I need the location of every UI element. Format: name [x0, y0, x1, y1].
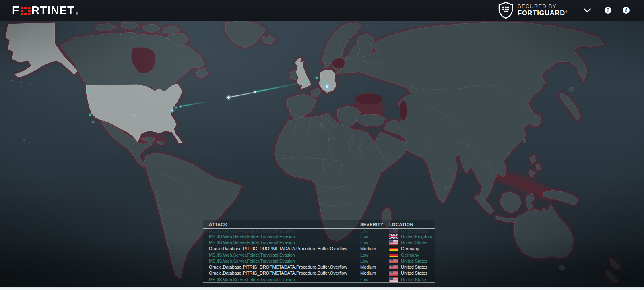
threat-dot-green: [306, 80, 308, 82]
fortinet-logo[interactable]: F RTINET ®: [12, 4, 79, 17]
table-row: MS.IIS.Web.Server.Folder.Traversal.Evasi…: [203, 229, 435, 233]
bottom-strip: [0, 287, 644, 290]
table-row: MS.IIS.Web.Server.Folder.Traversal.Evasi…: [203, 239, 435, 245]
table-row: Oracle.Database.PITRIG_DROPMETADATA.Proc…: [203, 246, 435, 252]
country-name: Germany: [401, 246, 419, 251]
top-bar: F RTINET ® SECURED BY FORTIGUARD® ? i: [0, 0, 644, 21]
severity-value: Medium: [360, 246, 389, 251]
threat-dot-blue: [92, 121, 94, 123]
table-row: MS.IIS.Web.Server.Folder.Traversal.Evasi…: [203, 276, 435, 282]
column-header-severity: SEVERITY: [360, 222, 389, 227]
country-name: United Kingdom: [401, 234, 432, 239]
severity-value: Low: [360, 240, 389, 245]
registered-mark: ®: [76, 12, 79, 16]
location-cell: United Kingdom: [389, 234, 440, 239]
column-header-location: LOCATION: [389, 222, 440, 227]
country-flag-icon: [389, 259, 398, 263]
location-cell: United States: [389, 271, 440, 276]
attack-table: ATTACK SEVERITY LOCATION MS.IIS.Web.Serv…: [203, 220, 435, 283]
attack-name: MS.IIS.Web.Server.Folder.Traversal.Evasi…: [209, 277, 360, 282]
table-row: MS.IIS.Web.Server.Folder.Traversal.Evasi…: [203, 258, 435, 264]
table-row: Oracle.Database.PITRIG_DROPMETADATA.Proc…: [203, 264, 435, 270]
location-cell: United States: [389, 277, 440, 282]
country-name: Germany: [401, 253, 419, 257]
attack-name: MS.IIS.Web.Server.Folder.Traversal.Evasi…: [209, 259, 360, 263]
country-flag-icon: [389, 271, 398, 276]
fortinet-logo-text-right: RTINET: [31, 4, 74, 17]
severity-value: Low: [360, 277, 389, 282]
attack-trail-head: [180, 106, 181, 107]
country-flag-icon: [389, 234, 398, 239]
threat-dot-green: [89, 114, 91, 116]
attack-name: Oracle.Database.PITRIG_DROPMETADATA.Proc…: [209, 271, 360, 276]
severity-value: Low: [360, 234, 389, 239]
threat-dot-blue-glow: [171, 109, 173, 112]
severity-value: Medium: [360, 271, 389, 276]
country-name: United States: [401, 271, 427, 276]
column-header-attack: ATTACK: [209, 222, 360, 227]
location-cell: United States: [389, 265, 440, 269]
attack-name: Oracle.Database.PITRIG_DROPMETADATA.Proc…: [209, 246, 360, 251]
country-name: United States: [401, 265, 427, 269]
location-cell: Germany: [389, 246, 440, 251]
location-cell: United States: [389, 240, 440, 245]
attack-trail-head: [254, 91, 256, 93]
registered-mark: ®: [565, 10, 568, 13]
attack-name: MS.IIS.Web.Server.Folder.Traversal.Evasi…: [209, 234, 360, 239]
attack-table-header: ATTACK SEVERITY LOCATION: [203, 220, 435, 229]
attack-table-body: MS.IIS.Web.Server.Folder.Traversal.Evasi…: [203, 229, 435, 282]
threat-dot-green: [88, 90, 89, 92]
severity-value: Low: [360, 259, 389, 263]
country-name: United States: [401, 240, 427, 245]
severity-value: Medium: [360, 265, 389, 269]
table-row: Oracle.Database.PITRIG_DROPMETADATA.Proc…: [203, 270, 435, 276]
location-cell: United States: [389, 229, 435, 233]
country-name: United States: [401, 277, 427, 282]
attack-name: MS.IIS.Web.Server.Folder.Traversal.Evasi…: [209, 253, 360, 257]
country-name: United States: [401, 229, 427, 233]
threat-dot-green: [316, 77, 318, 79]
country-name: United States: [401, 259, 427, 263]
threat-dot-green: [175, 107, 177, 108]
table-row: MS.IIS.Web.Server.Folder.Traversal.Evasi…: [203, 252, 435, 258]
attack-name: Oracle.Database.PITRIG_DROPMETADATA.Proc…: [209, 265, 360, 269]
fortinet-logo-text-left: F: [12, 4, 19, 17]
country-flag-icon: [389, 277, 398, 282]
country-flag-icon: [389, 229, 398, 233]
country-flag-icon: [389, 246, 398, 251]
threat-dot-green: [169, 112, 170, 113]
secured-by-label: SECURED BY: [518, 4, 568, 10]
fortinet-o-icon: [21, 7, 31, 15]
country-flag-icon: [389, 265, 398, 269]
country-flag-icon: [389, 240, 398, 245]
location-cell: United States: [389, 259, 440, 263]
chevron-down-icon[interactable]: [584, 8, 591, 13]
fortiguard-label: FORTIGUARD®: [518, 9, 568, 17]
table-row: MS.IIS.Web.Server.Folder.Traversal.Evasi…: [203, 233, 435, 239]
info-icon[interactable]: i: [623, 7, 630, 14]
country-flag-icon: [389, 253, 398, 257]
attack-trail-head: [227, 96, 230, 99]
threat-dot-blue: [133, 114, 135, 116]
attack-name: MS.IIS.Web.Server.Folder.Traversal.Evasi…: [209, 229, 360, 233]
severity-value: Low: [360, 229, 389, 233]
threat-dot-blue-glow-large: [326, 85, 328, 88]
attack-name: MS.IIS.Web.Server.Folder.Traversal.Evasi…: [209, 240, 360, 245]
threat-dot-green: [323, 81, 325, 82]
fortiguard-badge: SECURED BY FORTIGUARD®: [498, 2, 568, 19]
severity-value: Low: [360, 253, 389, 257]
help-icon[interactable]: ?: [605, 7, 611, 14]
fortiguard-shield-icon: [498, 2, 513, 19]
location-cell: Germany: [389, 253, 440, 257]
